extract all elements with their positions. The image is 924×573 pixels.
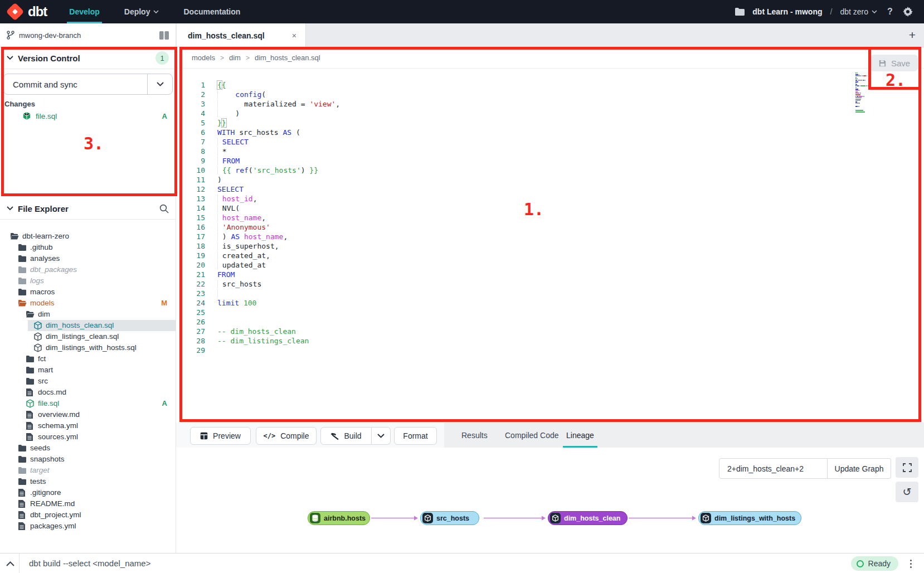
tree-file-schema.yml[interactable]: schema.yml xyxy=(0,420,176,431)
help-icon[interactable]: ? xyxy=(885,7,895,17)
code-line-27[interactable]: 27-- dim_hosts_clean xyxy=(176,327,924,336)
tree-folder-analyses[interactable]: analyses xyxy=(0,253,176,264)
tree-folder-fct[interactable]: fct xyxy=(0,353,176,365)
code-line-11[interactable]: 11) xyxy=(176,175,924,184)
lineage-selector-input[interactable] xyxy=(719,458,828,479)
new-tab-button[interactable]: + xyxy=(905,28,920,42)
code-line-3[interactable]: 3 materialized = 'view', xyxy=(176,99,924,109)
code-line-13[interactable]: 13 host_id, xyxy=(176,194,924,203)
reset-graph-button[interactable]: ↺ xyxy=(896,482,918,502)
breadcrumb-file[interactable]: dim_hosts_clean.sql xyxy=(255,54,320,62)
update-graph-button[interactable]: Update Graph xyxy=(828,458,891,479)
compile-button[interactable]: </> Compile xyxy=(256,427,317,445)
code-editor[interactable]: models > dim > dim_hosts_clean.sql Save … xyxy=(176,47,924,423)
gear-icon[interactable] xyxy=(903,7,913,17)
tree-file-dbt_project.yml[interactable]: dbt_project.yml xyxy=(0,509,176,521)
tree-folder-mart[interactable]: mart xyxy=(0,365,176,376)
search-icon[interactable] xyxy=(159,204,169,213)
tree-folder-snapshots[interactable]: snapshots xyxy=(0,454,176,465)
tree-file-dim_listings_clean.sql[interactable]: dim_listings_clean.sql xyxy=(0,331,176,342)
nav-develop[interactable]: Develop xyxy=(57,0,111,23)
tree-folder-models[interactable]: modelsM xyxy=(0,298,176,309)
code-line-1[interactable]: 1{{ xyxy=(176,80,924,90)
environment-selector[interactable]: dbt zero xyxy=(840,7,877,16)
format-button[interactable]: Format xyxy=(394,427,437,445)
branch-name[interactable]: mwong-dev-branch xyxy=(19,31,81,40)
tree-file-packages.yml[interactable]: packages.yml xyxy=(0,521,176,532)
tree-folder-.github[interactable]: .github xyxy=(0,242,176,253)
code-line-7[interactable]: 7 SELECT xyxy=(176,137,924,147)
code-line-8[interactable]: 8 * xyxy=(176,147,924,156)
close-icon[interactable]: × xyxy=(292,31,296,40)
changed-file-row[interactable]: file.sql A xyxy=(0,110,176,122)
tree-folder-src[interactable]: src xyxy=(0,376,176,387)
tree-file-dim_listings_with_hosts.sql[interactable]: dim_listings_with_hosts.sql xyxy=(0,342,176,353)
tree-folder-target[interactable]: target xyxy=(0,465,176,476)
code-line-6[interactable]: 6WITH src_hosts AS ( xyxy=(176,128,924,137)
code-line-9[interactable]: 9 FROM xyxy=(176,156,924,166)
tree-file-.gitignore[interactable]: .gitignore xyxy=(0,487,176,498)
tree-file-README.md[interactable]: README.md xyxy=(0,498,176,509)
code-line-28[interactable]: 28-- dim_listings_clean xyxy=(176,336,924,346)
code-line-10[interactable]: 10 {{ ref('src_hosts') }} xyxy=(176,166,924,175)
split-view-icon[interactable] xyxy=(159,31,169,40)
tree-folder-dbt_packages[interactable]: dbt_packages xyxy=(0,264,176,275)
chevron-down-icon[interactable] xyxy=(7,56,13,60)
nav-documentation[interactable]: Documentation xyxy=(171,0,252,23)
tree-folder-tests[interactable]: tests xyxy=(0,476,176,487)
dbt-logo[interactable]: dbt xyxy=(0,3,57,20)
code-lines[interactable]: 1{{2 config(3 materialized = 'view',4 )5… xyxy=(176,80,924,355)
chevron-up-icon[interactable] xyxy=(3,557,17,570)
lineage-node-dim_listings_with_hosts[interactable]: dim_listings_with_hosts xyxy=(698,511,801,525)
tree-folder-macros[interactable]: macros xyxy=(0,286,176,298)
command-input[interactable]: dbt build --select <model_name> xyxy=(29,559,150,568)
code-line-25[interactable]: 25 xyxy=(176,308,924,317)
build-button[interactable]: Build xyxy=(320,427,372,445)
tab-dim-hosts-clean[interactable]: dim_hosts_clean.sql × xyxy=(177,23,306,47)
lineage-node-airbnb.hosts[interactable]: airbnb.hosts xyxy=(308,511,370,525)
code-line-21[interactable]: 21FROM xyxy=(176,270,924,279)
code-line-20[interactable]: 20 updated_at xyxy=(176,260,924,270)
tree-folder-dbt-learn-zero[interactable]: dbt-learn-zero xyxy=(0,231,176,242)
code-line-15[interactable]: 15 host_name, xyxy=(176,213,924,222)
chevron-down-icon[interactable] xyxy=(7,206,13,211)
breadcrumb-dim[interactable]: dim xyxy=(229,54,241,62)
tab-compiled-code[interactable]: Compiled Code xyxy=(505,423,559,448)
tree-folder-logs[interactable]: logs xyxy=(0,275,176,286)
code-line-16[interactable]: 16 'Anonymous' xyxy=(176,222,924,232)
preview-button[interactable]: Preview xyxy=(190,427,251,445)
kebab-menu-icon[interactable] xyxy=(905,557,916,570)
code-line-19[interactable]: 19 created_at, xyxy=(176,251,924,260)
tree-file-docs.md[interactable]: docs.md xyxy=(0,387,176,398)
code-line-17[interactable]: 17 ) AS host_name, xyxy=(176,232,924,241)
code-line-26[interactable]: 26 xyxy=(176,317,924,327)
code-line-5[interactable]: 5}} xyxy=(176,118,924,128)
code-line-14[interactable]: 14 NVL( xyxy=(176,203,924,213)
code-line-22[interactable]: 22 src_hosts xyxy=(176,279,924,289)
tree-file-overview.md[interactable]: overview.md xyxy=(0,409,176,420)
code-line-23[interactable]: 23 xyxy=(176,289,924,298)
commit-and-sync-button[interactable]: Commit and sync xyxy=(3,74,173,95)
lineage-node-dim_hosts_clean[interactable]: dim_hosts_clean xyxy=(548,511,628,525)
nav-deploy[interactable]: Deploy xyxy=(112,0,172,23)
tree-folder-seeds[interactable]: seeds xyxy=(0,443,176,454)
tab-results[interactable]: Results xyxy=(461,423,488,448)
tree-file-sources.yml[interactable]: sources.yml xyxy=(0,431,176,443)
account-name[interactable]: dbt Learn - mwong xyxy=(752,7,822,16)
save-button[interactable]: Save xyxy=(870,55,918,71)
minimap[interactable] xyxy=(855,72,874,114)
code-line-2[interactable]: 2 config( xyxy=(176,90,924,99)
code-line-4[interactable]: 4 ) xyxy=(176,109,924,118)
tree-file-file.sql[interactable]: file.sqlA xyxy=(0,398,176,409)
build-options-caret[interactable] xyxy=(372,427,391,445)
breadcrumb-models[interactable]: models xyxy=(192,54,215,62)
code-line-18[interactable]: 18 is_superhost, xyxy=(176,241,924,251)
code-line-24[interactable]: 24limit 100 xyxy=(176,298,924,308)
tree-file-dim_hosts_clean.sql[interactable]: dim_hosts_clean.sql xyxy=(0,320,176,331)
chevron-down-icon[interactable] xyxy=(148,82,172,86)
code-line-29[interactable]: 29 xyxy=(176,346,924,355)
fullscreen-button[interactable] xyxy=(896,457,918,478)
lineage-node-src_hosts[interactable]: src_hosts xyxy=(420,511,479,525)
tree-folder-dim[interactable]: dim xyxy=(0,309,176,320)
tab-lineage[interactable]: Lineage xyxy=(566,423,594,448)
